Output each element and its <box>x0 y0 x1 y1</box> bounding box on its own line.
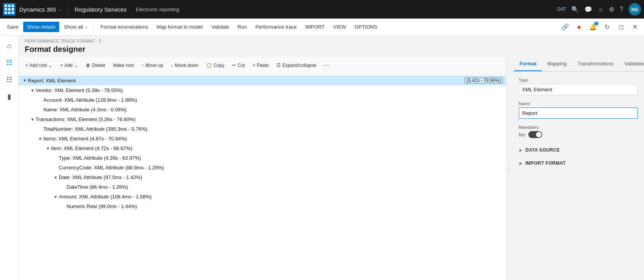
tab-transformations[interactable]: Transformations <box>572 57 619 71</box>
tree-toolbar: + Add root ⌄ + Add ⌄ 🗑 Delete Make root <box>19 57 506 74</box>
toggle-numericreal-icon <box>60 204 67 209</box>
move-down-arrow-icon: ↓ <box>171 63 173 68</box>
name-field-group: Name <box>519 101 638 119</box>
add-button[interactable]: + Add ⌄ <box>56 60 81 70</box>
expand-collapse-button[interactable]: ☰ Expand/collapse <box>273 60 320 70</box>
tree-node-type[interactable]: Type: XML Attribute (4.39s - 63.97%) <box>19 153 506 163</box>
tree-node-totalnumber[interactable]: TotalNumber: XML Attribute (395.3ms - 5.… <box>19 124 506 134</box>
paste-plus-icon: + <box>253 63 255 68</box>
brand-name: Dynamics 365 <box>19 6 56 13</box>
tree-node-account[interactable]: Account: XML Attribute (128.9ms - 1.88%) <box>19 95 506 105</box>
brand-chevron-icon[interactable]: ⌄ <box>58 7 62 12</box>
view-button[interactable]: VIEW <box>329 22 350 32</box>
sidebar-list-icon[interactable]: ☷ <box>2 73 16 87</box>
tab-mapping[interactable]: Mapping <box>542 57 572 71</box>
refresh-icon[interactable]: ↻ <box>601 21 613 33</box>
module-name: Regulatory Services <box>75 6 126 13</box>
toggle-transactions-icon[interactable]: ▼ <box>29 117 36 122</box>
panel-content: Type XML Element Name Mandatory No <box>512 72 644 177</box>
cmd-divider-1 <box>94 22 94 32</box>
mandatory-no-label: No <box>519 132 525 138</box>
tab-validations[interactable]: Validations <box>619 57 644 71</box>
import-format-accordion: ► IMPORT FORMAT <box>519 157 638 169</box>
tree-node-datetime[interactable]: DateTime (86.4ms - 1.26%) <box>19 182 506 192</box>
run-button[interactable]: Run <box>234 22 251 32</box>
tree-node-items[interactable]: ▼ Items: XML Element (4.87s - 70.84%) <box>19 134 506 143</box>
show-all-button[interactable]: Show all ⌄ <box>60 22 91 32</box>
help-icon[interactable]: ? <box>620 6 623 13</box>
maximize-icon[interactable]: ◻ <box>615 21 627 33</box>
avatar[interactable]: NS <box>629 3 641 15</box>
import-button[interactable]: IMPORT <box>301 22 328 32</box>
add-chevron-icon: ⌄ <box>74 63 78 68</box>
options-button[interactable]: OPTIONS <box>351 22 381 32</box>
toggle-item-icon[interactable]: ▼ <box>45 146 51 151</box>
show-details-button[interactable]: Show details <box>23 22 60 32</box>
save-button[interactable]: Save <box>3 22 22 32</box>
search-icon[interactable]: 🔍 <box>571 6 579 13</box>
paste-button[interactable]: + Paste <box>249 60 272 70</box>
cut-button[interactable]: ✂ Cut <box>229 60 248 70</box>
copy-icon: 📋 <box>206 63 212 68</box>
panel-resize-handle[interactable]: ⋯ <box>506 57 512 280</box>
toggle-currencycode-icon <box>53 166 59 170</box>
tree-node-amount[interactable]: ▼ Amount: XML Attribute (108.4ms - 1.58%… <box>19 192 506 201</box>
toggle-vendor-icon[interactable]: ▼ <box>29 88 36 93</box>
right-panel: Format Mapping Transformations Validatio… <box>512 57 644 280</box>
breadcrumb: PERFORMANCE TRACE FORMAT : 2 <box>19 36 644 44</box>
format-enumerations-button[interactable]: Format enumerations <box>97 22 152 32</box>
mandatory-label: Mandatory <box>519 125 638 130</box>
delete-button[interactable]: 🗑 Delete <box>82 60 109 70</box>
toggle-items-icon[interactable]: ▼ <box>37 137 43 141</box>
add-plus-icon: + <box>60 63 63 68</box>
data-source-label: DATA SOURCE <box>525 147 560 153</box>
toggle-thumb <box>536 132 542 137</box>
command-bar: Save Show details Show all ⌄ Format enum… <box>0 19 644 36</box>
add-root-button[interactable]: + Add root ⌄ <box>22 60 56 70</box>
map-format-button[interactable]: Map format to model <box>153 22 207 32</box>
import-format-accordion-header[interactable]: ► IMPORT FORMAT <box>519 157 638 169</box>
toggle-amount-icon[interactable]: ▼ <box>53 195 59 199</box>
user-circle-icon[interactable]: ☼ <box>598 6 603 13</box>
performance-trace-button[interactable]: Performance trace <box>251 22 301 32</box>
sidebar-bookmark-icon[interactable]: ▮ <box>2 90 16 104</box>
copy-button[interactable]: 📋 Copy <box>203 60 228 70</box>
move-down-button[interactable]: ↓ Move down <box>167 60 202 70</box>
tree-node-vendor[interactable]: ▼ Vendor: XML Element (5.39s - 78.55%) <box>19 85 506 95</box>
toggle-date-icon[interactable]: ▼ <box>53 175 59 180</box>
tree-node-numericreal[interactable]: Numeric Real (99.0ms - 1.44%) <box>19 201 506 211</box>
data-source-accordion-header[interactable]: ► DATA SOURCE <box>519 144 638 156</box>
app-grid-icon[interactable] <box>3 3 15 15</box>
tree-node-transactions[interactable]: ▼ Transactions: XML Element (5.26s - 76.… <box>19 114 506 124</box>
validate-button[interactable]: Validate <box>207 22 233 32</box>
tree-content: ▼ Report: XML Element (5.42s - 78.96%) ▼… <box>19 74 506 213</box>
settings-icon[interactable]: ⚙ <box>609 6 614 13</box>
toggle-account-icon <box>37 98 43 102</box>
chat-icon[interactable]: 💬 <box>584 6 592 13</box>
move-up-button[interactable]: ↑ Move up <box>138 60 167 70</box>
left-sidebar: ⌂ ☷ ☷ ▮ <box>0 36 19 280</box>
mandatory-toggle[interactable] <box>528 131 542 138</box>
tree-node-item[interactable]: ▼ Item: XML Element (4.72s - 68.67%) <box>19 143 506 153</box>
make-root-button[interactable]: Make root <box>109 60 137 70</box>
expand-icon: ☰ <box>277 63 281 68</box>
sidebar-filter-icon[interactable]: ☷ <box>2 56 16 70</box>
nav-divider <box>68 3 68 15</box>
tree-node-currencycode[interactable]: CurrencyCode: XML Attribute (88.9ms - 1.… <box>19 163 506 172</box>
link-icon[interactable]: 🔗 <box>559 21 571 33</box>
show-all-chevron-icon: ⌄ <box>85 25 88 29</box>
tab-format[interactable]: Format <box>514 57 542 71</box>
tree-node-name[interactable]: Name: XML Attribute (4.3ms - 0.06%) <box>19 105 506 114</box>
notification-icon[interactable]: 🔔 0 <box>587 21 599 33</box>
subnav-label: Electronic reporting <box>136 7 179 12</box>
tree-panel: + Add root ⌄ + Add ⌄ 🗑 Delete Make root <box>19 57 506 280</box>
toggle-report-icon[interactable]: ▼ <box>22 78 28 83</box>
more-options-button[interactable]: ⋯ <box>321 59 332 71</box>
sidebar-home-icon[interactable]: ⌂ <box>2 39 16 53</box>
tree-node-report[interactable]: ▼ Report: XML Element (5.42s - 78.96%) <box>19 75 506 85</box>
name-input[interactable] <box>519 108 638 119</box>
type-value: XML Element <box>519 84 638 95</box>
tree-node-date[interactable]: ▼ Date: XML Attribute (97.5ms - 1.42%) <box>19 172 506 182</box>
close-icon[interactable]: ✕ <box>629 21 641 33</box>
office-icon[interactable]: ■ <box>573 21 585 33</box>
